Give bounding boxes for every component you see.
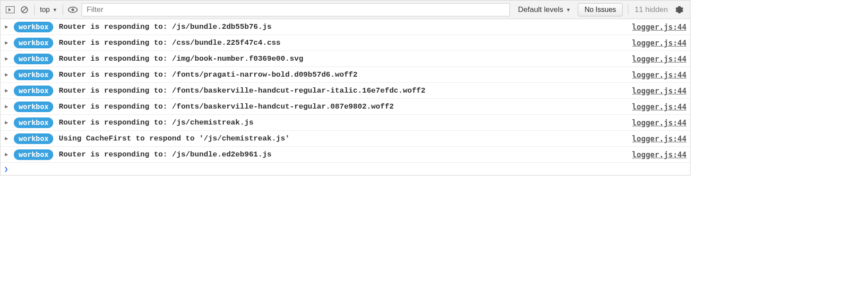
clear-console-icon[interactable] <box>18 4 31 16</box>
separator <box>628 4 628 15</box>
workbox-badge: workbox <box>14 101 53 112</box>
chevron-down-icon: ▼ <box>52 7 57 12</box>
log-message: Router is responding to: /css/bundle.225… <box>59 39 627 47</box>
log-message: Router is responding to: /img/book-numbe… <box>59 55 627 63</box>
disclosure-triangle-icon[interactable]: ▶ <box>5 39 11 46</box>
context-label: top <box>40 6 50 14</box>
disclosure-triangle-icon[interactable]: ▶ <box>5 87 11 94</box>
live-expression-icon[interactable] <box>67 4 79 16</box>
context-selector[interactable]: top ▼ <box>37 4 60 16</box>
log-message: Router is responding to: /js/bundle.2db5… <box>59 23 627 31</box>
disclosure-triangle-icon[interactable]: ▶ <box>5 119 11 126</box>
console-toolbar: top ▼ Default levels ▼ No Issues 11 hidd… <box>0 0 690 19</box>
log-row[interactable]: ▶workboxRouter is responding to: /fonts/… <box>0 83 690 99</box>
log-row[interactable]: ▶workboxRouter is responding to: /css/bu… <box>0 35 690 51</box>
separator <box>63 4 63 15</box>
log-message: Router is responding to: /fonts/baskervi… <box>59 102 627 111</box>
svg-marker-1 <box>8 8 11 12</box>
disclosure-triangle-icon[interactable]: ▶ <box>5 55 11 62</box>
prompt-caret-icon: ❯ <box>4 165 8 173</box>
workbox-badge: workbox <box>14 70 53 80</box>
toggle-sidebar-icon[interactable] <box>4 4 16 16</box>
source-link[interactable]: logger.js:44 <box>632 134 687 143</box>
disclosure-triangle-icon[interactable]: ▶ <box>5 151 11 158</box>
source-link[interactable]: logger.js:44 <box>632 118 687 127</box>
workbox-badge: workbox <box>14 22 53 32</box>
workbox-badge: workbox <box>14 133 53 144</box>
console-prompt[interactable]: ❯ <box>0 163 690 175</box>
disclosure-triangle-icon[interactable]: ▶ <box>5 103 11 110</box>
workbox-badge: workbox <box>14 117 53 128</box>
svg-line-3 <box>23 8 27 12</box>
disclosure-triangle-icon[interactable]: ▶ <box>5 135 11 142</box>
source-link[interactable]: logger.js:44 <box>632 86 687 95</box>
log-message: Using CacheFirst to respond to '/js/chem… <box>59 134 627 143</box>
disclosure-triangle-icon[interactable]: ▶ <box>5 71 11 78</box>
log-message: Router is responding to: /fonts/baskervi… <box>59 86 627 95</box>
issues-label: No Issues <box>584 6 616 14</box>
source-link[interactable]: logger.js:44 <box>632 102 687 111</box>
disclosure-triangle-icon[interactable]: ▶ <box>5 23 11 30</box>
console-log-list: ▶workboxRouter is responding to: /js/bun… <box>0 19 690 163</box>
workbox-badge: workbox <box>14 54 53 64</box>
chevron-down-icon: ▼ <box>566 7 571 12</box>
workbox-badge: workbox <box>14 149 53 160</box>
issues-button[interactable]: No Issues <box>578 3 623 16</box>
log-row[interactable]: ▶workboxRouter is responding to: /js/che… <box>0 115 690 131</box>
log-message: Router is responding to: /fonts/pragati-… <box>59 70 627 79</box>
log-row[interactable]: ▶workboxRouter is responding to: /fonts/… <box>0 99 690 115</box>
log-levels-selector[interactable]: Default levels ▼ <box>513 5 575 14</box>
gear-icon[interactable] <box>673 4 686 16</box>
log-message: Router is responding to: /js/bundle.ed2e… <box>59 150 627 159</box>
source-link[interactable]: logger.js:44 <box>632 150 687 159</box>
log-row[interactable]: ▶workboxRouter is responding to: /img/bo… <box>0 51 690 67</box>
source-link[interactable]: logger.js:44 <box>632 39 687 47</box>
source-link[interactable]: logger.js:44 <box>632 23 687 31</box>
log-row[interactable]: ▶workboxUsing CacheFirst to respond to '… <box>0 131 690 147</box>
log-row[interactable]: ▶workboxRouter is responding to: /js/bun… <box>0 147 690 163</box>
filter-input[interactable] <box>82 3 510 16</box>
workbox-badge: workbox <box>14 86 53 96</box>
source-link[interactable]: logger.js:44 <box>632 70 687 79</box>
log-message: Router is responding to: /js/chemistreak… <box>59 118 627 127</box>
hidden-count[interactable]: 11 hidden <box>631 5 671 14</box>
log-row[interactable]: ▶workboxRouter is responding to: /js/bun… <box>0 19 690 35</box>
workbox-badge: workbox <box>14 38 53 48</box>
source-link[interactable]: logger.js:44 <box>632 55 687 63</box>
log-row[interactable]: ▶workboxRouter is responding to: /fonts/… <box>0 67 690 83</box>
svg-point-5 <box>71 8 74 11</box>
separator <box>34 4 35 15</box>
levels-label: Default levels <box>518 5 563 14</box>
